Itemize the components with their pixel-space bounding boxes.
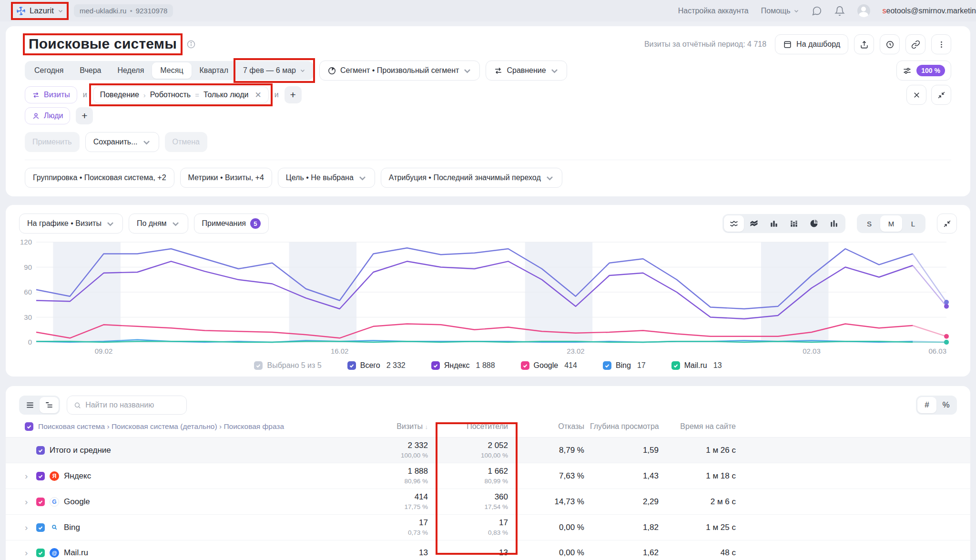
table-row-total[interactable]: Итого и средние2 332100,00 %2 052100,00 … [6, 438, 970, 463]
granularity-dropdown[interactable]: По дням [129, 214, 188, 234]
notifications-bell-icon[interactable] [834, 6, 845, 16]
chart-size-S[interactable]: S [858, 215, 880, 232]
info-icon[interactable] [186, 40, 196, 49]
svg-text:120: 120 [20, 238, 32, 246]
table-search[interactable] [67, 396, 187, 415]
export-button[interactable] [854, 34, 874, 54]
row-checkbox[interactable] [36, 472, 45, 480]
table-row-yandex[interactable]: ›ЯЯндекс1 88880,96 %1 66280,99 %7,63 %1,… [6, 463, 970, 489]
help-menu[interactable]: Помощь [761, 7, 799, 15]
history-button[interactable] [880, 34, 900, 54]
date-range-picker[interactable]: 7 фев — 6 мар [236, 62, 312, 79]
column-header-time[interactable]: Время на сайте [664, 422, 742, 431]
table-header: Поисковая система › Поисковая система (д… [6, 422, 970, 438]
legend-selected-info[interactable]: Выбрано 5 из 5 [254, 361, 321, 370]
select-all-checkbox[interactable] [25, 422, 33, 431]
row-name-cell: ›GGoogle [25, 497, 343, 507]
people-segment-chip[interactable]: Люди [25, 107, 70, 124]
chart-type-histogram-icon[interactable] [824, 215, 844, 232]
svg-text:30: 30 [24, 313, 32, 321]
collapse-chart-button[interactable] [937, 214, 957, 234]
chart-metric-dropdown[interactable]: На графике • Визиты [19, 214, 123, 234]
chart-type-line-icon[interactable] [724, 215, 744, 232]
cell-time: 2 м 6 с [664, 494, 742, 510]
column-header-bounce[interactable]: Отказы [514, 422, 590, 431]
tree-list-view-icon[interactable] [40, 397, 59, 413]
chart-size-L[interactable]: L [902, 215, 924, 232]
user-email[interactable]: seotools@smirnov.marketin [883, 7, 976, 15]
chevron-down-icon [358, 173, 367, 183]
metrics-dropdown[interactable]: Метрики • Визиты, +4 [180, 168, 272, 188]
goal-dropdown[interactable]: Цель • Не выбрана [278, 168, 375, 188]
table-row-mailru[interactable]: ›@Mail.ru13130,00 %1,6248 с [6, 540, 970, 560]
column-header-depth[interactable]: Глубина просмотра [590, 422, 664, 431]
collapse-segment-button[interactable] [931, 85, 951, 105]
cancel-button[interactable]: Отмена [165, 132, 207, 152]
chart-type-area-icon[interactable] [744, 215, 764, 232]
expand-chevron-icon[interactable]: › [25, 497, 31, 506]
expand-chevron-icon[interactable]: › [25, 523, 31, 532]
add-people-condition-button[interactable]: + [76, 107, 93, 124]
tab-Вчера[interactable]: Вчера [71, 62, 109, 79]
legend-item-yandex[interactable]: Яндекс 1 888 [431, 361, 495, 370]
more-menu-button[interactable] [931, 34, 951, 54]
absolute-values-toggle[interactable]: # [917, 397, 936, 413]
counter-site-chip[interactable]: med-ukladki.ru • 92310978 [74, 4, 173, 17]
flat-list-view-icon[interactable] [20, 397, 40, 413]
legend-label: Яндекс [444, 361, 470, 370]
sampling-button[interactable]: 100 % [896, 61, 951, 81]
row-checkbox[interactable] [36, 549, 45, 557]
dimension-header[interactable]: Поисковая система › Поисковая система (д… [25, 422, 343, 431]
tab-Сегодня[interactable]: Сегодня [26, 62, 71, 79]
compare-button[interactable]: Сравнение [486, 61, 567, 81]
table-row-bing[interactable]: ›Bing170,73 %170,83 %0,00 %1,821 м 25 с [6, 515, 970, 540]
expand-chevron-icon[interactable]: › [25, 471, 31, 480]
page-title: Поисковые системы [29, 36, 177, 52]
user-avatar[interactable] [857, 4, 870, 17]
svg-text:16.02: 16.02 [331, 347, 349, 355]
chat-icon[interactable] [812, 6, 822, 16]
add-condition-button[interactable]: + [285, 86, 302, 103]
svg-text:02.03: 02.03 [803, 347, 821, 355]
share-link-button[interactable] [905, 34, 925, 54]
checkbox-icon [431, 361, 440, 370]
segment-button[interactable]: Сегмент • Произвольный сегмент [319, 61, 480, 81]
legend-item-total[interactable]: Всего 2 332 [347, 361, 406, 370]
row-checkbox[interactable] [36, 498, 45, 506]
chart-size-switcher: SML [857, 214, 925, 233]
tab-Неделя[interactable]: Неделя [110, 62, 152, 79]
search-input[interactable] [85, 401, 180, 409]
chart-type-stacked-bar-icon[interactable] [784, 215, 804, 232]
column-header-visitors[interactable]: Посетители [434, 422, 514, 431]
segment-condition-chip[interactable]: Поведение › Роботность = Только люди ✕ [93, 86, 269, 103]
notes-button[interactable]: Примечания 5 [194, 214, 269, 234]
remove-condition-icon[interactable]: ✕ [254, 90, 261, 100]
person-icon [32, 112, 40, 120]
attribution-dropdown[interactable]: Атрибуция • Последний значимый переход [381, 168, 562, 188]
grouping-dropdown[interactable]: Группировка • Поисковая система, +2 [25, 168, 174, 188]
chart-type-pie-icon[interactable] [804, 215, 824, 232]
expand-chevron-icon[interactable]: › [25, 548, 31, 557]
visits-line-chart[interactable]: 030609012009.0216.0223.0202.0306.03 [19, 238, 957, 358]
cell-time: 48 с [664, 545, 742, 560]
apply-button[interactable]: Применить [25, 132, 80, 152]
legend-item-google[interactable]: Google 414 [521, 361, 577, 370]
row-checkbox[interactable] [36, 446, 45, 455]
table-row-google[interactable]: ›GGoogle41417,75 %36017,54 %14,73 %2,292… [6, 489, 970, 515]
chart-size-M[interactable]: M [880, 215, 902, 232]
chart-type-bar-icon[interactable] [764, 215, 784, 232]
dashboard-button[interactable]: На дашборд [775, 34, 848, 54]
visits-segment-chip[interactable]: Визиты [25, 86, 77, 103]
percent-values-toggle[interactable]: % [936, 397, 956, 413]
close-segment-button[interactable] [906, 85, 926, 105]
column-header-visits[interactable]: Визиты ↓ [343, 422, 434, 431]
row-checkbox[interactable] [36, 523, 45, 532]
tab-Квартал[interactable]: Квартал [192, 62, 236, 79]
save-segment-button[interactable]: Сохранить... [85, 132, 159, 152]
counter-switcher[interactable]: Lazurit [12, 4, 67, 18]
legend-item-bing[interactable]: Bing 17 [603, 361, 646, 370]
legend-item-mailru[interactable]: Mail.ru 13 [671, 361, 722, 370]
chart-card: На графике • Визиты По дням Примечания 5 [6, 205, 970, 377]
account-settings-link[interactable]: Настройка аккаунта [678, 7, 749, 15]
tab-Месяц[interactable]: Месяц [152, 62, 191, 79]
